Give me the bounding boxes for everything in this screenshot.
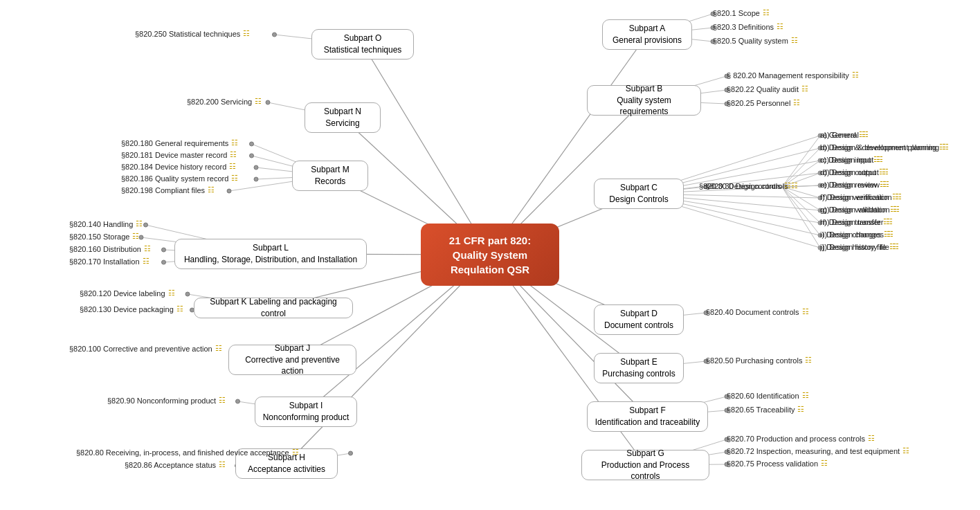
leaf-node: §820.200 Servicing ☷ bbox=[187, 97, 262, 106]
subpart-node-B[interactable]: Subpart BQuality system requirements bbox=[587, 85, 701, 116]
doc-icon: ☷ bbox=[292, 448, 299, 457]
subpart-node-G[interactable]: Subpart GProduction and Process controls bbox=[581, 450, 709, 480]
doc-icon: ☷ bbox=[793, 98, 800, 107]
svg-point-78 bbox=[139, 235, 143, 239]
leaf-node: §820.25 Personnel ☷ bbox=[727, 98, 800, 107]
doc-icon: ☷ bbox=[219, 396, 226, 405]
doc-icon: ☷ bbox=[797, 405, 804, 414]
subpart-node-I[interactable]: Subpart INonconforming product bbox=[255, 397, 357, 427]
doc-icon: ☷ bbox=[176, 304, 183, 313]
leaf-node: §820.140 Handling ☷ bbox=[69, 219, 143, 228]
doc-icon: ☷ bbox=[219, 460, 226, 469]
doc-icon: ☷ bbox=[231, 138, 238, 147]
subpart-node-C[interactable]: Subpart CDesign Controls bbox=[594, 179, 684, 209]
doc-icon: ☷ bbox=[902, 446, 909, 455]
doc-icon: ☷ bbox=[230, 150, 237, 159]
svg-point-72 bbox=[185, 292, 190, 296]
design-sub-item: g) Design validation ☷ bbox=[823, 205, 900, 214]
doc-icon: ☷ bbox=[852, 71, 859, 80]
svg-point-84 bbox=[250, 142, 254, 146]
doc-icon: ☷ bbox=[791, 36, 798, 45]
doc-icon: ☷ bbox=[868, 434, 875, 443]
leaf-node: §820.186 Quality system record ☷ bbox=[121, 174, 238, 183]
mindmap-container: 21 CFR part 820:Quality SystemRequlation… bbox=[0, 0, 980, 510]
leaf-node: §820.3 Definitions ☷ bbox=[713, 22, 783, 31]
subpart-node-O[interactable]: Subpart OStatistical techniques bbox=[311, 29, 414, 60]
leaf-node: §820.5 Quality system ☷ bbox=[713, 36, 798, 45]
svg-point-92 bbox=[227, 189, 231, 193]
leaf-node: §820.180 General requirements ☷ bbox=[121, 138, 238, 147]
leaf-node: §820.86 Acceptance status ☷ bbox=[125, 460, 226, 469]
leaf-node: §820.250 Statistical techniques ☷ bbox=[135, 29, 250, 38]
doc-icon: ☷ bbox=[168, 289, 175, 298]
subpart-node-M[interactable]: Subpart MRecords bbox=[292, 161, 368, 191]
doc-icon: ☷ bbox=[801, 84, 808, 93]
doc-icon: ☷ bbox=[231, 174, 238, 183]
svg-point-82 bbox=[162, 260, 166, 264]
subpart-node-N[interactable]: Subpart NServicing bbox=[305, 102, 381, 133]
doc-icon: ☷ bbox=[208, 185, 215, 194]
doc-icon: ☷ bbox=[229, 162, 236, 171]
design-sub-item: e) Design review ☷ bbox=[823, 180, 889, 189]
leaf-node: §820.22 Quality audit ☷ bbox=[727, 84, 808, 93]
leaf-node: §820.40 Document controls ☷ bbox=[706, 307, 809, 316]
doc-icon: ☷ bbox=[777, 22, 783, 31]
svg-point-96 bbox=[273, 33, 277, 37]
design-controls-830: §820.30 Design controls ☷ bbox=[699, 181, 791, 190]
subpart-node-D[interactable]: Subpart DDocument controls bbox=[594, 304, 684, 335]
leaf-node: § 820.20 Management responsibility ☷ bbox=[727, 71, 859, 80]
doc-icon: ☷ bbox=[763, 8, 770, 17]
svg-point-76 bbox=[144, 223, 148, 227]
subpart-node-E[interactable]: Subpart EPurchasing controls bbox=[594, 353, 684, 383]
subpart-node-J[interactable]: Subpart JCorrective and preventive actio… bbox=[228, 345, 356, 375]
leaf-node: §820.100 Corrective and preventive actio… bbox=[69, 344, 222, 353]
leaf-node: §820.60 Identification ☷ bbox=[727, 391, 809, 400]
leaf-node: §820.184 Device history record ☷ bbox=[121, 162, 236, 171]
design-sub-item: a) General ☷ bbox=[823, 130, 869, 139]
leaf-node: §820.80 Receiving, in-process, and finis… bbox=[76, 448, 299, 457]
doc-icon: ☷ bbox=[805, 356, 812, 365]
svg-line-113 bbox=[782, 187, 820, 235]
svg-line-0 bbox=[490, 35, 647, 255]
doc-icon: ☷ bbox=[132, 232, 139, 241]
subpart-node-A[interactable]: Subpart AGeneral provisions bbox=[602, 19, 692, 50]
leaf-node: §820.65 Traceability ☷ bbox=[727, 405, 804, 414]
leaf-node: §820.70 Production and process controls … bbox=[727, 434, 875, 443]
svg-point-88 bbox=[254, 165, 258, 170]
doc-icon: ☷ bbox=[243, 29, 250, 38]
design-sub-item: b) Design & development planning ☷ bbox=[823, 143, 949, 152]
svg-point-90 bbox=[254, 177, 258, 181]
leaf-node: §820.1 Scope ☷ bbox=[713, 8, 770, 17]
design-sub-item: f) Design verification ☷ bbox=[823, 192, 902, 201]
doc-icon: ☷ bbox=[215, 344, 222, 353]
svg-point-64 bbox=[349, 451, 353, 455]
design-sub-item: d) Design output ☷ bbox=[823, 167, 889, 176]
design-sub-item: h) Design transfer ☷ bbox=[823, 217, 893, 226]
svg-point-94 bbox=[266, 100, 270, 104]
design-sub-item: i) Design changes ☷ bbox=[823, 230, 893, 239]
svg-line-111 bbox=[782, 187, 820, 223]
leaf-node: §820.120 Device labeling ☷ bbox=[80, 289, 175, 298]
doc-icon: ☷ bbox=[136, 219, 143, 228]
doc-icon: ☷ bbox=[802, 307, 809, 316]
svg-line-97 bbox=[782, 136, 820, 187]
doc-icon: ☷ bbox=[144, 244, 151, 253]
leaf-node: §820.150 Storage ☷ bbox=[69, 232, 139, 241]
doc-icon: ☷ bbox=[821, 459, 828, 468]
subpart-node-K[interactable]: Subpart K Labeling and packaging control bbox=[194, 298, 353, 318]
svg-point-86 bbox=[250, 154, 254, 158]
svg-line-115 bbox=[782, 187, 820, 248]
svg-point-68 bbox=[236, 399, 240, 403]
subpart-node-L[interactable]: Subpart LHandling, Storage, Distribution… bbox=[174, 239, 367, 269]
leaf-node: §820.181 Device master record ☷ bbox=[121, 150, 237, 159]
doc-icon: ☷ bbox=[143, 257, 149, 266]
leaf-node: §820.160 Distribution ☷ bbox=[69, 244, 151, 253]
leaf-node: §820.170 Installation ☷ bbox=[69, 257, 149, 266]
subpart-node-F[interactable]: Subpart FIdentification and traceability bbox=[587, 401, 708, 432]
doc-icon: ☷ bbox=[802, 391, 809, 400]
doc-icon: ☷ bbox=[255, 97, 262, 106]
leaf-node: §820.50 Purchasing controls ☷ bbox=[706, 356, 812, 365]
design-sub-item: j) Design history file ☷ bbox=[823, 242, 899, 251]
leaf-node: §820.90 Nonconforming product ☷ bbox=[107, 396, 226, 405]
svg-line-109 bbox=[782, 187, 820, 210]
